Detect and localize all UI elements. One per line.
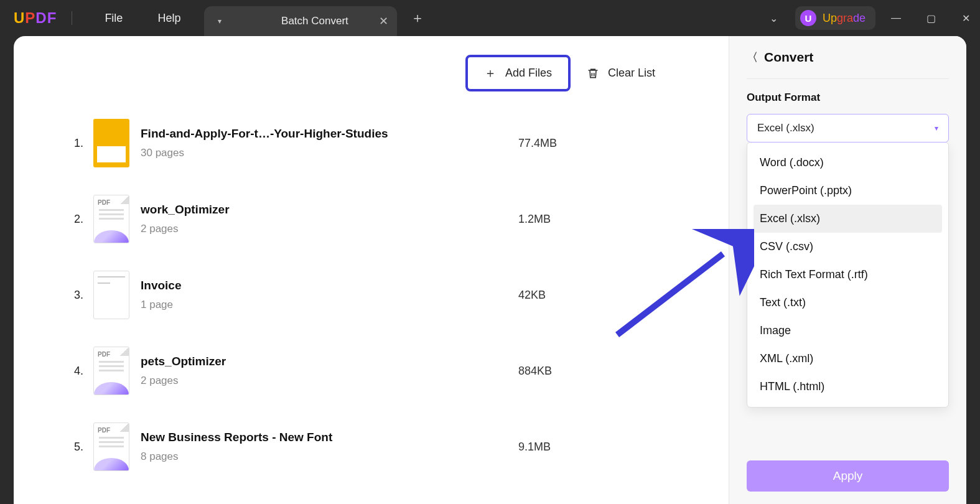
dropdown-option[interactable]: HTML (.html) (754, 373, 942, 401)
dropdown-option[interactable]: XML (.xml) (754, 345, 942, 373)
apply-button[interactable]: Apply (747, 460, 949, 492)
file-pages: 30 pages (141, 147, 518, 159)
dropdown-option[interactable]: Text (.txt) (754, 289, 942, 317)
panel-title: Convert (764, 50, 813, 65)
file-meta: New Business Reports - New Font8 pages (141, 431, 518, 463)
output-format-label: Output Format (747, 91, 949, 104)
dropdown-option[interactable]: Image (754, 317, 942, 345)
trash-icon (587, 67, 599, 80)
output-format-select[interactable]: Excel (.xlsx) ▾ (747, 114, 949, 142)
file-meta: Invoice1 page (141, 279, 518, 311)
top-right-controls: ⌄ U Upgrade — ▢ ✕ (758, 0, 980, 36)
file-name: Find-and-Apply-For-t…-Your-Higher-Studie… (141, 127, 518, 141)
file-size: 884KB (518, 365, 587, 378)
file-pages: 2 pages (141, 223, 518, 235)
plus-icon: ＋ (484, 65, 497, 82)
dropdown-option[interactable]: CSV (.csv) (754, 233, 942, 261)
file-pages: 2 pages (141, 375, 518, 387)
tab-title: Batch Convert (258, 15, 371, 27)
file-name: work_Optimizer (141, 203, 518, 217)
back-icon[interactable]: 〈 (747, 50, 758, 65)
avatar: U (800, 10, 816, 26)
upgrade-label: Upgrade (823, 12, 866, 25)
clear-list-button[interactable]: Clear List (587, 67, 655, 80)
new-tab-button[interactable]: ＋ (397, 9, 438, 27)
file-index: 3. (65, 289, 83, 302)
file-thumbnail (93, 271, 129, 319)
file-meta: Find-and-Apply-For-t…-Your-Higher-Studie… (141, 127, 518, 159)
file-row[interactable]: 4.pets_Optimizer2 pages884KB (65, 333, 699, 409)
file-row[interactable]: 1.Find-and-Apply-For-t…-Your-Higher-Stud… (65, 105, 699, 181)
file-thumbnail (93, 195, 129, 243)
minimize-icon[interactable]: — (882, 0, 910, 36)
close-icon[interactable]: ✕ (951, 0, 980, 36)
clear-list-label: Clear List (608, 67, 655, 80)
dropdown-option[interactable]: Excel (.xlsx) (754, 205, 942, 233)
file-name: Invoice (141, 279, 518, 292)
file-pages: 1 page (141, 299, 518, 311)
file-meta: work_Optimizer2 pages (141, 203, 518, 235)
divider (747, 78, 949, 79)
file-index: 2. (65, 213, 83, 226)
selected-format: Excel (.xlsx) (757, 122, 814, 134)
divider (72, 11, 72, 25)
dropdown-option[interactable]: PowerPoint (.pptx) (754, 177, 942, 205)
upgrade-button[interactable]: U Upgrade (795, 6, 875, 30)
chevron-down-icon: ▾ (935, 124, 938, 133)
tabs: ▾ Batch Convert ✕ ＋ (204, 0, 438, 36)
dropdown-option[interactable]: Word (.docx) (754, 149, 942, 177)
file-name: pets_Optimizer (141, 355, 518, 368)
file-name: New Business Reports - New Font (141, 431, 518, 444)
dropdown-option[interactable]: Rich Text Format (.rtf) (754, 261, 942, 289)
file-thumbnail (93, 119, 129, 167)
side-panel: 〈 Convert Output Format Excel (.xlsx) ▾ … (729, 36, 966, 504)
file-row[interactable]: 5.New Business Reports - New Font8 pages… (65, 409, 699, 485)
file-index: 4. (65, 365, 83, 378)
file-row[interactable]: 2.work_Optimizer2 pages1.2MB (65, 181, 699, 257)
menu-file[interactable]: File (87, 12, 140, 25)
file-index: 5. (65, 441, 83, 454)
file-size: 42KB (518, 289, 587, 302)
maximize-icon[interactable]: ▢ (917, 0, 945, 36)
tab-batch-convert[interactable]: ▾ Batch Convert ✕ (204, 6, 397, 36)
file-thumbnail (93, 422, 129, 471)
add-files-button[interactable]: ＋ Add Files (465, 55, 571, 91)
output-format-dropdown: Word (.docx)PowerPoint (.pptx)Excel (.xl… (747, 142, 949, 408)
actions-row: ＋ Add Files Clear List (65, 55, 655, 91)
tab-dropdown-icon[interactable]: ▾ (218, 17, 222, 26)
file-row[interactable]: 3.Invoice1 page42KB (65, 257, 699, 333)
add-files-label: Add Files (505, 67, 552, 80)
file-list: 1.Find-and-Apply-For-t…-Your-Higher-Stud… (65, 105, 699, 485)
file-area: ＋ Add Files Clear List 1.Find-and-Apply-… (14, 36, 729, 504)
file-pages: 8 pages (141, 450, 518, 463)
workspace: ＋ Add Files Clear List 1.Find-and-Apply-… (14, 36, 966, 504)
file-index: 1. (65, 137, 83, 150)
menu-help[interactable]: Help (140, 12, 198, 25)
file-size: 1.2MB (518, 213, 587, 226)
file-size: 9.1MB (518, 441, 587, 454)
tab-close-icon[interactable]: ✕ (379, 14, 388, 28)
file-meta: pets_Optimizer2 pages (141, 355, 518, 387)
file-thumbnail (93, 347, 129, 395)
panel-header: 〈 Convert (747, 50, 949, 65)
app-logo: UPDF (14, 9, 57, 27)
file-size: 77.4MB (518, 137, 587, 150)
chevron-down-icon[interactable]: ⌄ (758, 12, 789, 24)
top-bar: UPDF File Help ▾ Batch Convert ✕ ＋ ⌄ U U… (0, 0, 980, 36)
